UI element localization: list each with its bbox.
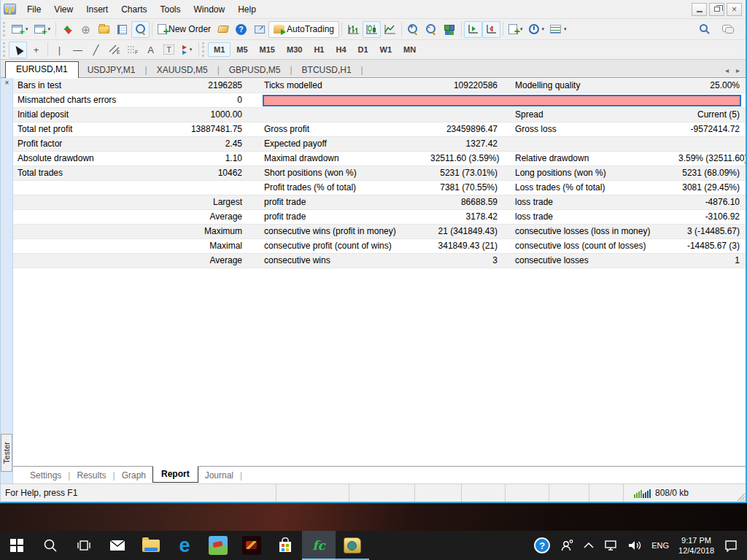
candlestick-chart-button[interactable] — [363, 21, 381, 38]
autotrading-button[interactable]: AutoTrading — [268, 21, 339, 38]
terminal-icon — [117, 25, 127, 34]
status-cell — [276, 484, 349, 502]
edge-browser-icon[interactable]: e — [168, 531, 201, 560]
game-app-1-icon[interactable] — [201, 531, 235, 560]
menu-window[interactable]: Window — [187, 2, 232, 17]
tab-results[interactable]: Results — [70, 469, 112, 482]
panel-close-icon[interactable]: × — [1, 79, 13, 87]
timeframe-mn[interactable]: MN — [398, 42, 422, 57]
chart-shift-button[interactable] — [482, 21, 500, 38]
data-window-button[interactable]: ⊕ — [77, 21, 95, 38]
metatrader-taskbar-button[interactable] — [336, 531, 369, 560]
timeframe-h1[interactable]: H1 — [308, 42, 330, 57]
tab-journal[interactable]: Journal — [198, 469, 240, 482]
new-chart-button[interactable]: ▾ — [9, 21, 31, 38]
text-label-button[interactable]: T — [160, 42, 178, 58]
zoom-in-button[interactable]: + — [404, 21, 422, 38]
timeframe-h4[interactable]: H4 — [330, 42, 352, 57]
toolbar-grip[interactable] — [202, 42, 206, 57]
menu-insert[interactable]: Insert — [80, 2, 115, 17]
file-explorer-icon[interactable] — [134, 531, 168, 560]
timeframe-w1[interactable]: W1 — [374, 42, 398, 57]
tab-settings[interactable]: Settings — [23, 469, 68, 482]
task-view-button[interactable] — [67, 531, 101, 560]
tile-windows-button[interactable] — [441, 21, 459, 38]
search-icon[interactable] — [699, 23, 711, 35]
chat-icon[interactable] — [722, 25, 734, 34]
chart-tab-xauusd[interactable]: XAUUSD,M5 — [148, 63, 217, 77]
close-button[interactable]: × — [727, 3, 742, 16]
trendline-button[interactable]: ╱ — [87, 42, 105, 58]
tray-chevron-up-icon[interactable] — [584, 542, 594, 548]
people-icon[interactable] — [560, 539, 574, 552]
zoom-out-button[interactable]: - — [422, 21, 441, 38]
crosshair-tool-button[interactable]: + — [27, 42, 45, 58]
auto-scroll-button[interactable] — [464, 21, 482, 38]
chart-tab-usdjpy[interactable]: USDJPY,M1 — [79, 63, 144, 77]
tab-report[interactable]: Report — [152, 466, 198, 483]
tab-scroll-right-icon[interactable]: ▸ — [736, 66, 740, 74]
table-row: Mismatched charts errors 0 — [13, 93, 746, 108]
vertical-line-button[interactable]: | — [50, 42, 69, 58]
navigator-button[interactable] — [95, 21, 113, 38]
toolbar-grip[interactable] — [3, 42, 7, 57]
table-row: Maximal consecutive profit (count of win… — [13, 239, 746, 254]
indicators-button[interactable]: ▾ — [506, 21, 526, 38]
profiles-button[interactable]: ▾ — [31, 21, 54, 38]
report-label: Bars in test — [13, 79, 159, 93]
chart-tab-btcusd[interactable]: BTCUSD,H1 — [293, 63, 360, 77]
language-indicator[interactable]: ENG — [651, 541, 669, 550]
help-topics-button[interactable]: ? — [232, 21, 250, 38]
timeframe-d1[interactable]: D1 — [352, 42, 374, 57]
periods-button[interactable]: ▾ — [526, 21, 548, 38]
network-icon[interactable] — [603, 540, 618, 551]
help-tray-icon[interactable]: ? — [534, 537, 550, 553]
menu-charts[interactable]: Charts — [115, 2, 153, 17]
status-cell — [505, 484, 549, 502]
toolbar-grip[interactable] — [3, 22, 7, 36]
menu-file[interactable]: File — [20, 2, 47, 17]
start-button[interactable] — [0, 531, 34, 560]
volume-icon[interactable] — [627, 540, 642, 551]
horizontal-line-button[interactable]: — — [69, 42, 87, 58]
metaeditor-button[interactable] — [214, 21, 232, 38]
menu-view[interactable]: View — [47, 2, 80, 17]
mail-app-icon[interactable] — [101, 531, 134, 560]
microsoft-store-icon[interactable] — [268, 531, 302, 560]
game-app-2-icon[interactable] — [235, 531, 268, 560]
fullscreen-button[interactable] — [250, 21, 268, 38]
report-value: Current (5) — [676, 108, 746, 122]
restore-button[interactable] — [709, 3, 724, 16]
chart-tab-bar: EURUSD,M1 USDJPY,M1 | XAUUSD,M5 | GBPUSD… — [1, 59, 746, 77]
cursor-tool-button[interactable] — [9, 42, 27, 58]
bar-chart-button[interactable] — [344, 21, 363, 38]
timeframe-m30[interactable]: M30 — [281, 42, 308, 57]
new-order-button[interactable]: New Order — [155, 21, 214, 38]
fibonacci-button[interactable]: F — [123, 42, 142, 58]
strategy-tester-button[interactable] — [131, 21, 150, 38]
menu-tools[interactable]: Tools — [154, 2, 187, 17]
timeframe-m1[interactable]: M1 — [208, 42, 231, 57]
equidistant-channel-button[interactable]: E — [105, 42, 123, 58]
taskbar-search-button[interactable] — [34, 531, 67, 560]
arrows-tool-button[interactable]: ▾ — [178, 42, 196, 58]
chart-tab-eurusd[interactable]: EURUSD,M1 — [5, 61, 79, 78]
market-watch-button[interactable] — [58, 21, 77, 38]
minimize-button[interactable] — [692, 3, 707, 16]
action-center-icon[interactable] — [724, 539, 738, 552]
timeframe-m15[interactable]: M15 — [254, 42, 281, 57]
report-value: 1.10 — [159, 152, 245, 166]
line-chart-button[interactable] — [381, 21, 399, 38]
minimize-icon — [697, 11, 703, 12]
text-tool-button[interactable]: A — [142, 42, 160, 58]
taskbar-clock[interactable]: 9:17 PM 12/4/2018 — [678, 535, 714, 556]
chart-tab-gbpusd[interactable]: GBPUSD,M5 — [220, 63, 290, 77]
tab-scroll-left-icon[interactable]: ◂ — [725, 66, 729, 74]
terminal-button[interactable] — [113, 21, 131, 38]
fc-app-button[interactable]: fc — [302, 531, 336, 560]
menu-help[interactable]: Help — [231, 2, 263, 17]
resize-grip[interactable] — [732, 484, 746, 502]
tab-graph[interactable]: Graph — [115, 469, 152, 482]
timeframe-m5[interactable]: M5 — [231, 42, 253, 57]
templates-button[interactable]: ▾ — [547, 21, 570, 38]
